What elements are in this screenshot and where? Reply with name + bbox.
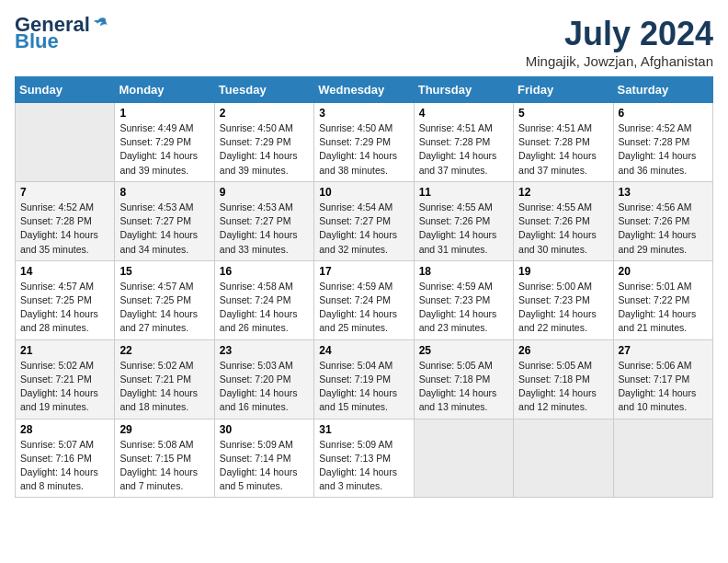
calendar-header: SundayMondayTuesdayWednesdayThursdayFrid… <box>16 77 713 103</box>
cell-date-number: 27 <box>619 344 708 357</box>
calendar-cell: 25Sunrise: 5:05 AMSunset: 7:18 PMDayligh… <box>414 339 513 419</box>
calendar-body: 1Sunrise: 4:49 AMSunset: 7:29 PMDaylight… <box>16 103 713 498</box>
column-header-saturday: Saturday <box>613 77 712 103</box>
cell-date-number: 10 <box>319 186 408 199</box>
title-block: July 2024 Mingajik, Jowzjan, Afghanistan <box>526 15 713 69</box>
cell-date-number: 1 <box>119 107 209 120</box>
calendar-cell: 11Sunrise: 4:55 AMSunset: 7:26 PMDayligh… <box>414 181 513 260</box>
calendar-cell: 20Sunrise: 5:01 AMSunset: 7:22 PMDayligh… <box>613 260 712 339</box>
logo-bird-icon <box>92 16 110 34</box>
location-subtitle: Mingajik, Jowzjan, Afghanistan <box>526 53 713 69</box>
cell-date-number: 30 <box>220 423 309 436</box>
calendar-cell: 29Sunrise: 5:08 AMSunset: 7:15 PMDayligh… <box>115 419 214 498</box>
cell-sun-info: Sunrise: 5:09 AMSunset: 7:13 PMDaylight:… <box>319 438 408 494</box>
cell-sun-info: Sunrise: 5:03 AMSunset: 7:20 PMDaylight:… <box>220 359 309 415</box>
calendar-cell: 22Sunrise: 5:02 AMSunset: 7:21 PMDayligh… <box>115 339 214 419</box>
calendar-cell: 28Sunrise: 5:07 AMSunset: 7:16 PMDayligh… <box>16 419 115 498</box>
cell-date-number: 6 <box>619 107 708 120</box>
cell-date-number: 2 <box>220 107 309 120</box>
column-header-monday: Monday <box>115 77 214 103</box>
cell-date-number: 3 <box>319 107 408 120</box>
calendar-cell: 13Sunrise: 4:56 AMSunset: 7:26 PMDayligh… <box>613 181 712 260</box>
calendar-cell: 10Sunrise: 4:54 AMSunset: 7:27 PMDayligh… <box>314 181 414 260</box>
calendar-cell: 4Sunrise: 4:51 AMSunset: 7:28 PMDaylight… <box>414 103 513 182</box>
calendar-cell: 8Sunrise: 4:53 AMSunset: 7:27 PMDaylight… <box>115 181 214 260</box>
cell-date-number: 5 <box>518 107 608 120</box>
calendar-cell: 12Sunrise: 4:55 AMSunset: 7:26 PMDayligh… <box>514 181 613 260</box>
cell-sun-info: Sunrise: 5:00 AMSunset: 7:23 PMDaylight:… <box>518 280 608 336</box>
calendar-week-3: 14Sunrise: 4:57 AMSunset: 7:25 PMDayligh… <box>16 260 713 339</box>
month-title: July 2024 <box>526 15 713 53</box>
cell-sun-info: Sunrise: 4:56 AMSunset: 7:26 PMDaylight:… <box>619 201 708 257</box>
cell-date-number: 12 <box>518 186 608 199</box>
calendar-cell: 30Sunrise: 5:09 AMSunset: 7:14 PMDayligh… <box>214 419 313 498</box>
cell-sun-info: Sunrise: 5:05 AMSunset: 7:18 PMDaylight:… <box>419 359 508 415</box>
cell-sun-info: Sunrise: 5:08 AMSunset: 7:15 PMDaylight:… <box>119 438 209 494</box>
cell-date-number: 21 <box>20 344 109 357</box>
calendar-cell: 3Sunrise: 4:50 AMSunset: 7:29 PMDaylight… <box>314 103 414 182</box>
cell-sun-info: Sunrise: 4:51 AMSunset: 7:28 PMDaylight:… <box>518 121 608 178</box>
calendar-cell: 2Sunrise: 4:50 AMSunset: 7:29 PMDaylight… <box>214 103 313 182</box>
calendar-cell <box>613 419 712 498</box>
cell-date-number: 28 <box>20 423 109 436</box>
calendar-table: SundayMondayTuesdayWednesdayThursdayFrid… <box>15 76 713 498</box>
cell-date-number: 19 <box>518 265 608 278</box>
calendar-week-4: 21Sunrise: 5:02 AMSunset: 7:21 PMDayligh… <box>16 339 713 419</box>
cell-sun-info: Sunrise: 4:57 AMSunset: 7:25 PMDaylight:… <box>20 280 109 336</box>
cell-date-number: 26 <box>518 344 608 357</box>
calendar-cell: 21Sunrise: 5:02 AMSunset: 7:21 PMDayligh… <box>16 339 115 419</box>
calendar-cell <box>514 419 613 498</box>
calendar-week-2: 7Sunrise: 4:52 AMSunset: 7:28 PMDaylight… <box>16 181 713 260</box>
calendar-cell: 24Sunrise: 5:04 AMSunset: 7:19 PMDayligh… <box>314 339 414 419</box>
page-header: General Blue July 2024 Mingajik, Jowzjan… <box>15 15 713 69</box>
cell-sun-info: Sunrise: 4:58 AMSunset: 7:24 PMDaylight:… <box>220 280 309 336</box>
cell-sun-info: Sunrise: 4:49 AMSunset: 7:29 PMDaylight:… <box>119 121 209 178</box>
cell-sun-info: Sunrise: 4:57 AMSunset: 7:25 PMDaylight:… <box>119 280 209 336</box>
calendar-cell: 7Sunrise: 4:52 AMSunset: 7:28 PMDaylight… <box>16 181 115 260</box>
calendar-cell: 18Sunrise: 4:59 AMSunset: 7:23 PMDayligh… <box>414 260 513 339</box>
cell-sun-info: Sunrise: 5:05 AMSunset: 7:18 PMDaylight:… <box>518 359 608 415</box>
cell-date-number: 16 <box>220 265 309 278</box>
column-header-wednesday: Wednesday <box>314 77 414 103</box>
cell-sun-info: Sunrise: 5:09 AMSunset: 7:14 PMDaylight:… <box>220 438 309 494</box>
cell-sun-info: Sunrise: 4:51 AMSunset: 7:28 PMDaylight:… <box>419 121 508 178</box>
column-header-friday: Friday <box>514 77 613 103</box>
cell-sun-info: Sunrise: 4:52 AMSunset: 7:28 PMDaylight:… <box>619 121 708 178</box>
cell-sun-info: Sunrise: 4:55 AMSunset: 7:26 PMDaylight:… <box>518 201 608 257</box>
cell-sun-info: Sunrise: 4:50 AMSunset: 7:29 PMDaylight:… <box>319 121 408 178</box>
cell-sun-info: Sunrise: 4:59 AMSunset: 7:23 PMDaylight:… <box>419 280 508 336</box>
calendar-cell: 9Sunrise: 4:53 AMSunset: 7:27 PMDaylight… <box>214 181 313 260</box>
cell-sun-info: Sunrise: 4:54 AMSunset: 7:27 PMDaylight:… <box>319 201 408 257</box>
cell-date-number: 15 <box>119 265 209 278</box>
cell-date-number: 20 <box>619 265 708 278</box>
cell-date-number: 17 <box>319 265 408 278</box>
cell-date-number: 14 <box>20 265 109 278</box>
cell-date-number: 31 <box>319 423 408 436</box>
column-header-thursday: Thursday <box>414 77 513 103</box>
cell-sun-info: Sunrise: 4:53 AMSunset: 7:27 PMDaylight:… <box>220 201 309 257</box>
cell-date-number: 29 <box>119 423 209 436</box>
calendar-cell: 26Sunrise: 5:05 AMSunset: 7:18 PMDayligh… <box>514 339 613 419</box>
calendar-cell: 1Sunrise: 4:49 AMSunset: 7:29 PMDaylight… <box>115 103 214 182</box>
cell-sun-info: Sunrise: 4:50 AMSunset: 7:29 PMDaylight:… <box>220 121 309 178</box>
cell-sun-info: Sunrise: 4:55 AMSunset: 7:26 PMDaylight:… <box>419 201 508 257</box>
calendar-cell: 14Sunrise: 4:57 AMSunset: 7:25 PMDayligh… <box>16 260 115 339</box>
cell-date-number: 7 <box>20 186 109 199</box>
cell-sun-info: Sunrise: 5:06 AMSunset: 7:17 PMDaylight:… <box>619 359 708 415</box>
cell-sun-info: Sunrise: 5:04 AMSunset: 7:19 PMDaylight:… <box>319 359 408 415</box>
cell-date-number: 9 <box>220 186 309 199</box>
column-header-sunday: Sunday <box>16 77 115 103</box>
calendar-week-5: 28Sunrise: 5:07 AMSunset: 7:16 PMDayligh… <box>16 419 713 498</box>
calendar-cell: 19Sunrise: 5:00 AMSunset: 7:23 PMDayligh… <box>514 260 613 339</box>
cell-date-number: 18 <box>419 265 508 278</box>
calendar-cell: 23Sunrise: 5:03 AMSunset: 7:20 PMDayligh… <box>214 339 313 419</box>
calendar-cell: 16Sunrise: 4:58 AMSunset: 7:24 PMDayligh… <box>214 260 313 339</box>
cell-date-number: 24 <box>319 344 408 357</box>
calendar-cell: 17Sunrise: 4:59 AMSunset: 7:24 PMDayligh… <box>314 260 414 339</box>
cell-sun-info: Sunrise: 5:01 AMSunset: 7:22 PMDaylight:… <box>619 280 708 336</box>
cell-sun-info: Sunrise: 5:02 AMSunset: 7:21 PMDaylight:… <box>20 359 109 415</box>
calendar-cell: 31Sunrise: 5:09 AMSunset: 7:13 PMDayligh… <box>314 419 414 498</box>
cell-sun-info: Sunrise: 5:02 AMSunset: 7:21 PMDaylight:… <box>119 359 209 415</box>
logo: General Blue <box>15 15 110 52</box>
calendar-cell: 5Sunrise: 4:51 AMSunset: 7:28 PMDaylight… <box>514 103 613 182</box>
